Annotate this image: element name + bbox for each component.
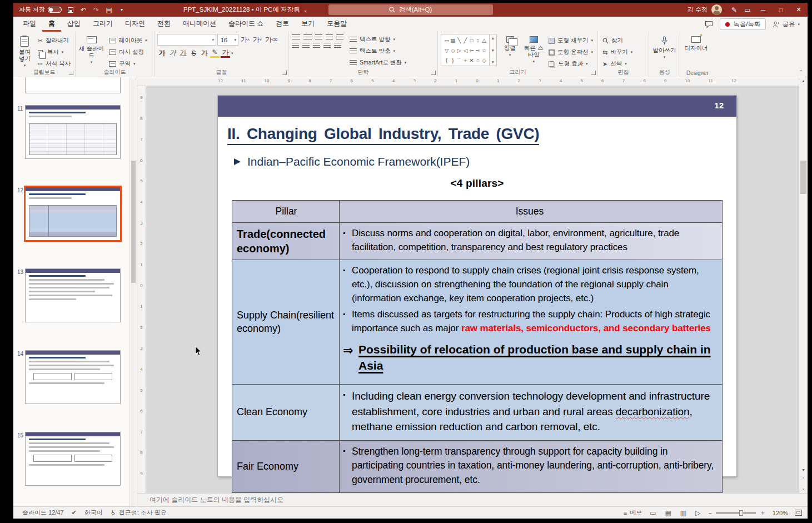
spellcheck-status[interactable]: ✔: [72, 509, 77, 516]
ribbon-tab-애니메이션[interactable]: 애니메이션: [177, 17, 222, 32]
shape-option[interactable]: ▭: [444, 36, 450, 45]
slide-thumbnail-14[interactable]: 14: [13, 350, 128, 417]
cut-button[interactable]: ✂잘라내기: [36, 35, 72, 46]
gallery-more-icon[interactable]: ▼: [491, 60, 494, 64]
language-status[interactable]: 한국어: [84, 509, 103, 517]
shape-option[interactable]: ☆: [481, 46, 487, 55]
shape-option[interactable]: ◁: [462, 46, 469, 55]
next-slide-button[interactable]: ⌄: [802, 486, 805, 491]
slideshow-view-button[interactable]: ▷: [694, 509, 701, 517]
user-avatar[interactable]: [711, 4, 722, 15]
ribbon-tab-홈[interactable]: 홈: [42, 17, 61, 32]
layout-button[interactable]: 레이아웃▾: [107, 35, 149, 46]
find-button[interactable]: 찾기: [601, 35, 634, 46]
shape-gallery[interactable]: ▭▤╲╱□○△ ▽◇▷◁⇦⇨☆ {}⌒＋✕○◇ ▲ ▼ ▼: [441, 34, 497, 66]
slide-bullet[interactable]: Indian–Pacific Economic Framework(IPEF): [234, 155, 736, 168]
drawing-dialog-launcher-icon[interactable]: [591, 71, 596, 75]
ribbon-tab-전환[interactable]: 전환: [151, 17, 177, 32]
quick-styles-button[interactable]: 빠른 스타일 ▾: [523, 34, 544, 64]
redo-button[interactable]: ↷: [92, 6, 100, 14]
thumbnail-preview[interactable]: [25, 268, 121, 322]
convert-smartart-button[interactable]: SmartArt로 변환▾: [348, 57, 408, 68]
shape-option[interactable]: ▤: [450, 36, 456, 45]
shrink-font-button[interactable]: 가˅: [252, 34, 263, 45]
copy-button[interactable]: 복사▾: [36, 47, 72, 58]
vertical-scrollbar[interactable]: ▲ ▼ ⌃ ⌄: [799, 77, 808, 493]
slide-thumbnail-12[interactable]: 12: [13, 187, 128, 253]
ribbon-tab-파일[interactable]: 파일: [17, 17, 42, 32]
slide-thumbnail-partial[interactable]: [25, 77, 121, 93]
shape-option[interactable]: ✕: [469, 56, 475, 65]
pillar-table[interactable]: PillarIssuesTrade(connected economy)▪Dis…: [232, 200, 723, 493]
shape-option[interactable]: ○: [475, 56, 481, 65]
italic-button[interactable]: 가: [168, 48, 177, 58]
align-center-button[interactable]: [302, 43, 310, 49]
slide-header-bar[interactable]: 12: [218, 96, 736, 117]
title-chevron-icon[interactable]: ⌄: [303, 7, 308, 13]
clear-formatting-button[interactable]: 가⌫: [264, 34, 278, 45]
ribbon-tab-보기[interactable]: 보기: [295, 17, 321, 32]
clipboard-dialog-launcher-icon[interactable]: [69, 71, 73, 75]
minimize-button[interactable]: ─: [754, 3, 772, 17]
font-color-button[interactable]: 가: [221, 48, 230, 58]
select-button[interactable]: ➤선택▾: [601, 58, 634, 69]
ribbon-tab-슬라이드 쇼[interactable]: 슬라이드 쇼: [222, 17, 270, 32]
reading-view-button[interactable]: ▥: [679, 509, 688, 517]
highlight-color-button[interactable]: ✎: [210, 48, 220, 58]
shape-option[interactable]: ⌒: [456, 56, 462, 65]
shape-option[interactable]: ◇: [450, 46, 456, 55]
ribbon-display-options-button[interactable]: ▭: [741, 3, 754, 17]
scrollbar-thumb[interactable]: [800, 161, 806, 194]
replace-button[interactable]: ⇆바꾸기▾: [601, 47, 634, 58]
shape-outline-button[interactable]: 도형 윤곽선▾: [547, 47, 595, 58]
line-spacing-button[interactable]: [336, 34, 343, 41]
increase-indent-button[interactable]: [326, 34, 333, 41]
comments-icon[interactable]: [705, 21, 713, 28]
table-row-fair[interactable]: Fair Economy▪Strengthen long-term transp…: [232, 441, 722, 492]
text-shadow-button[interactable]: 가: [200, 48, 209, 58]
slide[interactable]: 12 II. Changing Global Industry, Trade (…: [218, 96, 736, 476]
normal-view-button[interactable]: ▭: [649, 509, 657, 517]
bold-button[interactable]: 가: [157, 48, 167, 58]
thumbnail-preview[interactable]: [25, 105, 121, 159]
slide-thumbnail-15[interactable]: 15: [13, 432, 128, 499]
autosave-toggle[interactable]: 자동 저장: [19, 6, 62, 14]
gallery-down-icon[interactable]: ▼: [491, 48, 494, 52]
reset-button[interactable]: 다시 설정: [107, 47, 149, 58]
ribbon-tab-디자인[interactable]: 디자인: [119, 17, 151, 32]
designer-button[interactable]: 디자이너: [683, 34, 709, 51]
numbering-button[interactable]: [303, 34, 312, 41]
accessibility-status[interactable]: ♿접근성: 조사 필요: [111, 509, 167, 517]
text-direction-button[interactable]: 텍스트 방향▾: [348, 34, 408, 45]
align-right-button[interactable]: [313, 43, 320, 49]
shape-option[interactable]: ○: [475, 36, 481, 45]
save-button[interactable]: [67, 7, 74, 13]
slideshow-quick-button[interactable]: ▤: [105, 6, 113, 14]
slide-sorter-view-button[interactable]: ▦: [664, 509, 672, 517]
table-row-clean[interactable]: Clean Economy▪Including clean energy con…: [232, 385, 722, 441]
grow-font-button[interactable]: 가˄: [240, 34, 251, 45]
underline-button[interactable]: 가: [178, 48, 188, 58]
table-caption[interactable]: <4 pillars>: [218, 177, 736, 190]
shape-option[interactable]: ╱: [462, 36, 469, 45]
notes-toggle-button[interactable]: ≡메모: [624, 509, 642, 517]
ribbon-tab-도움말[interactable]: 도움말: [321, 17, 353, 32]
zoom-control[interactable]: − ＋: [708, 509, 765, 517]
slide-title[interactable]: II. Changing Global Industry, Trade (GVC…: [227, 125, 736, 143]
slide-indicator[interactable]: 슬라이드 12/47: [22, 509, 64, 517]
autosave-switch-icon[interactable]: [48, 7, 62, 13]
user-name[interactable]: 김 수정: [688, 6, 708, 14]
ribbon-tab-삽입[interactable]: 삽입: [61, 17, 87, 32]
undo-button[interactable]: ↶: [79, 6, 87, 14]
dictate-button[interactable]: 받아쓰기 ▾: [652, 34, 677, 59]
shape-fill-button[interactable]: 도형 채우기▾: [547, 35, 595, 46]
font-name-combobox[interactable]: ▾: [157, 34, 216, 46]
zoom-out-icon[interactable]: −: [708, 510, 711, 516]
search-box[interactable]: 검색(Alt+Q): [328, 4, 493, 15]
decrease-indent-button[interactable]: [315, 34, 322, 41]
shape-option[interactable]: ⇦: [469, 46, 475, 55]
table-row-supply[interactable]: Supply Chain(resilient economy)▪Cooperat…: [232, 260, 722, 385]
justify-button[interactable]: [323, 43, 331, 49]
section-button[interactable]: 구역▾: [107, 58, 149, 69]
notes-area[interactable]: 여기에 슬라이드 노트의 내용을 입력하십시오: [137, 493, 808, 506]
